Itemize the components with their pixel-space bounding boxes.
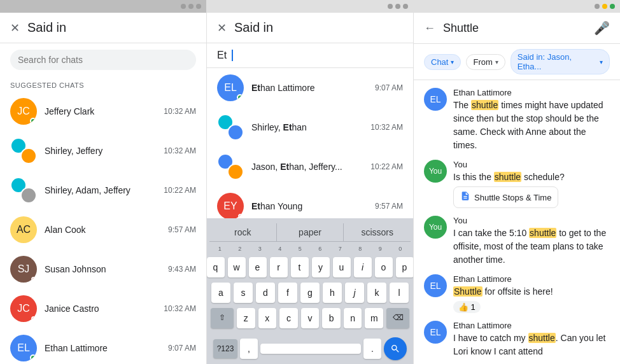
key-w[interactable]: w xyxy=(228,257,246,277)
chat-item-janice[interactable]: JC Janice Castro 10:32 AM xyxy=(0,289,206,328)
result-info-shirley-ethan: Shirley, Ethan xyxy=(251,122,363,133)
chat-item-ethan-l[interactable]: EL Ethan Lattimore 9:07 AM xyxy=(0,328,206,364)
key-c[interactable]: c xyxy=(279,308,298,328)
mid-cursor xyxy=(232,50,233,61)
msg-group-1: EL Ethan Lattimore The shuttle times mig… xyxy=(424,88,610,152)
key-row-numbers: 1 2 3 4 5 6 7 8 9 0 xyxy=(211,246,409,252)
chat-name-shirley-jeffery: Shirley, Jeffery xyxy=(45,146,102,156)
chat-time-janice: 10:32 AM xyxy=(164,304,196,313)
chat-item-alan[interactable]: AC Alan Cook 9:57 AM xyxy=(0,210,206,249)
top-dot-m3 xyxy=(403,4,408,9)
msg-text-2: Is this the shuttle schedule? xyxy=(453,171,610,184)
highlight-shuttle-1: shuttle xyxy=(471,100,498,110)
key-space[interactable] xyxy=(260,344,361,354)
avatar-initials-janice: JC xyxy=(17,303,30,314)
status-dot-ethan xyxy=(30,354,36,361)
avatar-initials-susan: SJ xyxy=(18,263,30,275)
right-panel: ← Shuttle 🎤 Chat ▾ From ▾ Said in: Jason… xyxy=(414,0,620,364)
key-m[interactable]: m xyxy=(365,308,383,328)
back-icon[interactable]: ← xyxy=(424,22,435,35)
key-i[interactable]: i xyxy=(354,257,372,277)
messages-list: EL Ethan Lattimore The shuttle times mig… xyxy=(414,80,620,364)
left-chat-list: JC Jeffery Clark 10:32 AM Shirley, Jeffe… xyxy=(0,92,206,364)
key-d[interactable]: d xyxy=(256,283,275,303)
key-u[interactable]: u xyxy=(333,257,351,277)
msg-avatar-ethan-1: EL xyxy=(424,88,447,111)
key-search[interactable] xyxy=(384,337,407,360)
filter-chip-said-in[interactable]: Said in: Jason, Etha... ▾ xyxy=(511,49,610,74)
key-j[interactable]: j xyxy=(345,283,364,303)
key-num[interactable]: ?123 xyxy=(213,339,237,358)
key-o[interactable]: o xyxy=(375,257,393,277)
avatar-adam xyxy=(20,187,37,204)
result-list: EL Ethan Lattimore 9:07 AM Shirley, Etha… xyxy=(207,68,413,218)
result-item-shirley-ethan[interactable]: Shirley, Ethan 10:32 AM xyxy=(207,108,413,147)
key-e[interactable]: e xyxy=(249,257,267,277)
msg-avatar-you-2: You xyxy=(424,160,447,183)
top-dot xyxy=(196,4,201,9)
mid-close-icon[interactable]: ✕ xyxy=(217,21,227,35)
key-period[interactable]: . xyxy=(363,339,381,359)
word-rock[interactable]: rock xyxy=(209,223,277,241)
left-top-bar xyxy=(0,0,206,13)
result-name-ethan-y: Ethan Young xyxy=(251,201,302,211)
chat-item-shirley-jeffery[interactable]: Shirley, Jeffery 10:32 AM xyxy=(0,131,206,171)
key-a[interactable]: a xyxy=(211,283,230,303)
key-g[interactable]: g xyxy=(300,283,320,303)
chat-info-shirley-adam: Shirley, Adam, Jeffery xyxy=(45,185,156,196)
key-n[interactable]: n xyxy=(344,308,362,328)
word-scissors[interactable]: scissors xyxy=(344,223,411,241)
msg-text-5: I have to catch my shuttle. Can you let … xyxy=(453,332,610,358)
result-time-ethan-y: 9:57 AM xyxy=(375,202,403,211)
highlight-shuttle-3: shuttle xyxy=(529,228,556,238)
filter-chip-chat[interactable]: Chat ▾ xyxy=(424,54,461,70)
msg-sender-4: Ethan Lattimore xyxy=(453,274,610,284)
reaction-thumbsup[interactable]: 👍 1 xyxy=(453,301,481,313)
key-shift[interactable]: ⇧ xyxy=(211,308,234,328)
key-comma[interactable]: , xyxy=(240,339,258,359)
keyboard: rock paper scissors 1 2 3 4 5 6 7 8 9 0 … xyxy=(207,218,413,364)
key-backspace[interactable]: ⌫ xyxy=(386,308,409,328)
key-x[interactable]: x xyxy=(258,308,277,328)
key-row-1: q w e r t y u i o p xyxy=(211,257,409,277)
chat-name-susan: Susan Johnson xyxy=(45,264,106,274)
key-k[interactable]: k xyxy=(367,283,386,303)
notification-badge-susan xyxy=(31,277,36,282)
result-item-ethan-l[interactable]: EL Ethan Lattimore 9:07 AM xyxy=(207,68,413,108)
filter-from-label: From xyxy=(473,57,492,67)
key-r[interactable]: r xyxy=(270,257,288,277)
close-icon[interactable]: ✕ xyxy=(10,21,20,35)
word-paper[interactable]: paper xyxy=(277,223,344,241)
key-p[interactable]: p xyxy=(396,257,414,277)
attachment-shuttle[interactable]: Shuttle Stops & Time xyxy=(453,186,558,208)
key-y[interactable]: y xyxy=(312,257,330,277)
result-item-ethan-y[interactable]: EY Ethan Young 9:57 AM xyxy=(207,186,413,218)
key-v[interactable]: v xyxy=(301,308,320,328)
bottom-key-row: ?123 , . xyxy=(211,333,409,361)
result-item-jason-ethan[interactable]: Jason, Ethan, Jeffery... 10:22 AM xyxy=(207,147,413,186)
top-dot-m2 xyxy=(395,4,400,9)
chat-item-jeffery[interactable]: JC Jeffery Clark 10:32 AM xyxy=(0,92,206,131)
result-name-shirley-ethan: Shirley, Ethan xyxy=(251,122,307,132)
key-h[interactable]: h xyxy=(323,283,342,303)
key-b[interactable]: b xyxy=(322,308,341,328)
key-t[interactable]: t xyxy=(291,257,309,277)
chat-item-susan[interactable]: SJ Susan Johnson 9:43 AM xyxy=(0,249,206,289)
filter-chip-from[interactable]: From ▾ xyxy=(466,54,505,70)
key-q[interactable]: q xyxy=(207,257,225,277)
key-s[interactable]: s xyxy=(234,283,253,303)
left-panel-header: ✕ Said in xyxy=(0,13,206,43)
msg-text-1: The shuttle times might have updated sin… xyxy=(453,99,610,152)
avatar-initials-ethan: EL xyxy=(17,342,30,354)
key-l[interactable]: l xyxy=(390,283,409,303)
highlight-shuttle-4: Shuttle xyxy=(453,286,483,297)
mic-icon[interactable]: 🎤 xyxy=(594,20,610,36)
right-top-bar xyxy=(414,0,620,13)
key-f[interactable]: f xyxy=(278,283,297,303)
left-search-input[interactable] xyxy=(10,50,196,70)
highlight-shuttle-5: shuttle xyxy=(528,333,556,343)
key-z[interactable]: z xyxy=(237,308,255,328)
chat-item-shirley-adam-jeffery[interactable]: Shirley, Adam, Jeffery 10:22 AM xyxy=(0,171,206,210)
top-dot-r1 xyxy=(595,4,600,9)
msg-sender-3: You xyxy=(453,216,610,225)
